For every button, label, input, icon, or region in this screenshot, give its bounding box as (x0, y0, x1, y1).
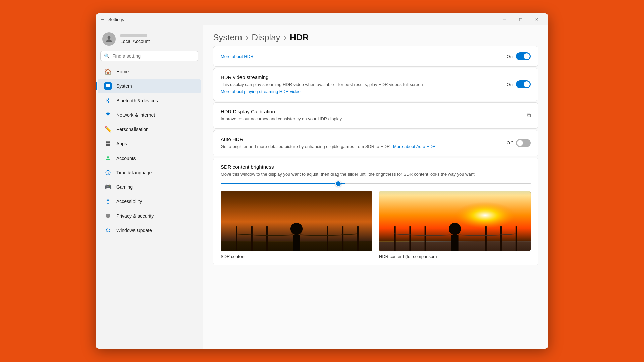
svg-rect-2 (106, 141, 108, 143)
svg-point-23 (449, 223, 461, 235)
svg-rect-29 (500, 226, 502, 251)
sidebar-item-accessibility[interactable]: Accessibility (98, 194, 201, 208)
breadcrumb-display[interactable]: Display (252, 32, 280, 43)
top-toggle[interactable] (516, 52, 531, 60)
hdr-video-link[interactable]: More about playing streaming HDR video (221, 89, 301, 94)
svg-point-11 (290, 223, 303, 235)
time-icon (104, 169, 112, 176)
hdr-calibration-external-icon[interactable]: ⧉ (527, 112, 531, 118)
sdr-preview-image (221, 191, 372, 251)
sidebar-item-bluetooth[interactable]: Bluetooth & devices (98, 94, 201, 108)
svg-rect-12 (293, 235, 300, 251)
sdr-preview-item: SDR content (221, 191, 372, 259)
hdr-video-card: HDR video streaming This display can pla… (213, 68, 538, 101)
search-box[interactable]: 🔍 (100, 51, 198, 61)
search-icon: 🔍 (104, 53, 110, 59)
svg-point-8 (108, 199, 109, 200)
sdr-image (221, 191, 372, 251)
svg-rect-24 (451, 235, 458, 251)
sidebar-item-gaming[interactable]: 🎮 Gaming (98, 180, 201, 194)
sidebar-item-network[interactable]: Network & internet (98, 108, 201, 122)
auto-hdr-link[interactable]: More about Auto HDR (393, 144, 436, 149)
hdr-image (379, 191, 531, 251)
sidebar-item-label-bluetooth: Bluetooth & devices (116, 98, 158, 103)
username-blurred (120, 34, 147, 37)
hdr-calibration-title: HDR Display Calibration (221, 109, 520, 114)
svg-rect-27 (425, 226, 426, 251)
accessibility-icon (104, 198, 112, 205)
hdr-video-toggle[interactable] (516, 80, 531, 88)
user-account-label: Local Account (120, 39, 150, 44)
titlebar: ← Settings ─ □ ✕ (96, 13, 548, 25)
sidebar-item-privacy[interactable]: Privacy & security (98, 209, 201, 223)
svg-rect-25 (394, 226, 396, 251)
hdr-video-toggle-group: On (507, 80, 531, 88)
sidebar-item-home[interactable]: 🏠 Home (98, 65, 201, 79)
hdr-video-desc: This display can play streaming HDR vide… (221, 81, 500, 95)
hdr-video-info: HDR video streaming This display can pla… (221, 74, 500, 95)
back-button[interactable]: ← (100, 16, 105, 22)
breadcrumb-system[interactable]: System (213, 32, 242, 43)
personalisation-icon: ✏️ (104, 126, 112, 133)
svg-rect-30 (516, 226, 517, 251)
more-about-hdr-link[interactable]: More about HDR (221, 54, 254, 59)
sidebar-item-time[interactable]: Time & language (98, 166, 201, 180)
sdr-slider-thumb[interactable] (335, 181, 341, 187)
breadcrumb-hdr: HDR (290, 32, 309, 43)
top-toggle-label: On (507, 54, 513, 59)
sidebar-item-accounts[interactable]: Accounts (98, 151, 201, 165)
sidebar-item-personalisation[interactable]: ✏️ Personalisation (98, 122, 201, 136)
sidebar-item-label-update: Windows Update (116, 228, 152, 233)
hdr-calibration-card: HDR Display Calibration Improve colour a… (213, 102, 538, 129)
hdr-video-title: HDR video streaming (221, 74, 500, 80)
settings-scroll: More about HDR On HDR video streaming Th… (203, 46, 548, 349)
breadcrumb: System › Display › HDR (203, 25, 548, 46)
bluetooth-icon (104, 97, 112, 104)
svg-rect-17 (342, 226, 344, 251)
auto-hdr-toggle-label: Off (507, 140, 513, 145)
sdr-brightness-desc: Move this window to the display you want… (221, 171, 531, 178)
system-icon (104, 82, 112, 90)
svg-rect-18 (357, 226, 359, 251)
svg-point-6 (107, 156, 109, 158)
sidebar-item-update[interactable]: Windows Update (98, 223, 201, 237)
svg-rect-1 (106, 84, 110, 87)
svg-rect-5 (108, 144, 110, 146)
nav-list: 🏠 Home System Bluetooth & devices (96, 64, 203, 238)
svg-rect-28 (485, 226, 487, 251)
more-about-hdr-card: More about HDR On (213, 46, 538, 67)
sidebar-item-label-system: System (116, 83, 132, 89)
hdr-video-toggle-label: On (507, 82, 513, 87)
sidebar-item-label-apps: Apps (116, 141, 127, 146)
hdr-calibration-desc: Improve colour accuracy and consistency … (221, 116, 520, 122)
sdr-brightness-slider[interactable] (221, 183, 531, 184)
content-area: System › Display › HDR More about HDR On (203, 25, 548, 349)
sdr-brightness-title: SDR content brightness (221, 164, 531, 170)
search-input[interactable] (112, 53, 195, 59)
sidebar-item-system[interactable]: System (98, 79, 201, 93)
auto-hdr-toggle-group: Off (507, 139, 531, 147)
home-icon: 🏠 (104, 68, 112, 75)
sidebar: Local Account 🔍 🏠 Home System (96, 25, 203, 349)
accounts-icon (104, 155, 112, 162)
hdr-preview-label: HDR content (for comparison) (379, 254, 531, 259)
sidebar-item-apps[interactable]: Apps (98, 137, 201, 151)
sidebar-item-label-network: Network & internet (116, 112, 155, 118)
svg-rect-4 (106, 144, 108, 146)
apps-icon (104, 140, 112, 147)
sidebar-item-label-personalisation: Personalisation (116, 127, 149, 132)
hdr-calibration-info: HDR Display Calibration Improve colour a… (221, 109, 520, 122)
preview-images: SDR content (221, 191, 531, 259)
sidebar-item-label-privacy: Privacy & security (116, 213, 154, 219)
user-section: Local Account (96, 25, 203, 51)
auto-hdr-desc: Get a brighter and more detailed picture… (221, 143, 500, 150)
close-button[interactable]: ✕ (529, 14, 544, 25)
sidebar-item-label-time: Time & language (116, 170, 152, 175)
svg-rect-3 (108, 141, 110, 143)
svg-rect-26 (409, 226, 411, 251)
sdr-preview-label: SDR content (221, 254, 372, 259)
maximize-button[interactable]: □ (513, 14, 528, 25)
minimize-button[interactable]: ─ (497, 14, 512, 25)
auto-hdr-toggle[interactable] (516, 139, 531, 147)
sdr-brightness-card: SDR content brightness Move this window … (213, 158, 538, 265)
